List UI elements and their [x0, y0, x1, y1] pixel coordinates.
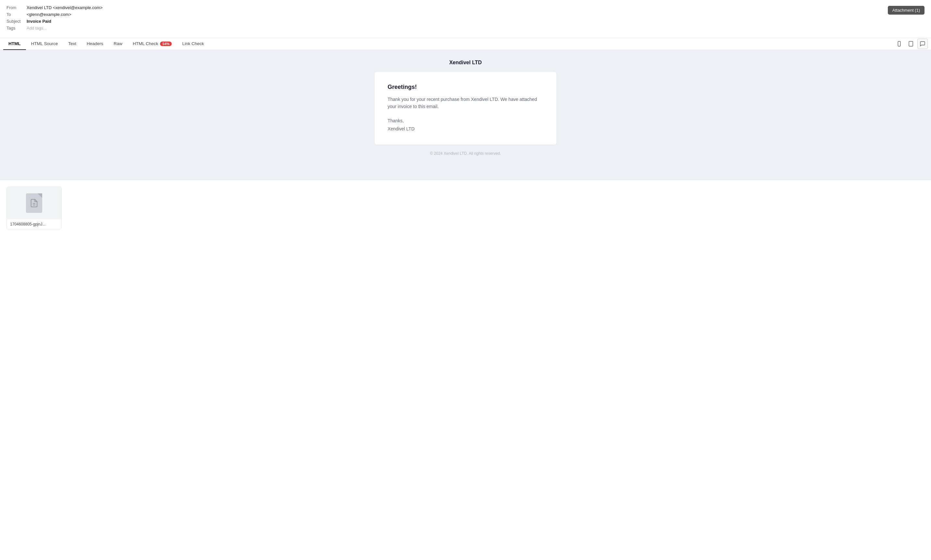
- from-row: From Xendivel LTD <xendivel@example.com>: [6, 5, 925, 10]
- email-card: Greetings! Thank you for your recent pur…: [375, 72, 556, 145]
- tags-row: Tags Add tags...: [6, 26, 925, 31]
- email-greeting: Greetings!: [388, 84, 543, 91]
- tab-raw[interactable]: Raw: [108, 38, 128, 50]
- tab-text[interactable]: Text: [63, 38, 82, 50]
- tags-input[interactable]: Add tags...: [27, 26, 47, 31]
- thanks-line2: Xendivel LTD: [388, 126, 415, 131]
- email-footer: © 2024 Xendivel LTD. All rights reserved…: [6, 151, 925, 156]
- comment-view-button[interactable]: [917, 38, 928, 49]
- to-row: To <glenn@example.com>: [6, 12, 925, 17]
- attachment-preview: [7, 187, 62, 219]
- email-preview: Xendivel LTD Greetings! Thank you for yo…: [0, 50, 931, 180]
- email-paragraph: Thank you for your recent purchase from …: [388, 96, 543, 110]
- email-company-title: Xendivel LTD: [6, 60, 925, 66]
- to-value: <glenn@example.com>: [27, 12, 71, 17]
- tablet-view-button[interactable]: [906, 38, 916, 49]
- tabs-bar: HTML HTML Source Text Headers Raw HTML C…: [0, 38, 931, 50]
- subject-label: Subject: [6, 19, 27, 24]
- view-icons: [894, 38, 928, 49]
- thanks-line1: Thanks,: [388, 118, 404, 123]
- to-label: To: [6, 12, 27, 17]
- subject-row: Subject Invoice Paid: [6, 19, 925, 24]
- svg-rect-2: [909, 42, 913, 46]
- tab-headers[interactable]: Headers: [82, 38, 108, 50]
- tab-html[interactable]: HTML: [3, 38, 26, 50]
- attachment-button[interactable]: Attachment (1): [888, 6, 925, 15]
- email-meta: From Xendivel LTD <xendivel@example.com>…: [0, 0, 931, 38]
- pdf-icon: [26, 193, 42, 213]
- tab-html-source[interactable]: HTML Source: [26, 38, 63, 50]
- mobile-view-button[interactable]: [894, 38, 904, 49]
- email-thanks: Thanks, Xendivel LTD: [388, 117, 543, 133]
- attachment-area: 1704608805-gpjnJ...: [0, 180, 931, 242]
- from-value: Xendivel LTD <xendivel@example.com>: [27, 5, 103, 10]
- html-check-badge: 54%: [160, 42, 172, 46]
- subject-value: Invoice Paid: [27, 19, 51, 24]
- tags-label: Tags: [6, 26, 27, 31]
- attachment-card[interactable]: 1704608805-gpjnJ...: [6, 186, 62, 229]
- svg-rect-0: [898, 42, 900, 46]
- tab-html-check[interactable]: HTML Check 54%: [128, 38, 177, 50]
- tab-link-check[interactable]: Link Check: [177, 38, 209, 50]
- from-label: From: [6, 5, 27, 10]
- attachment-filename: 1704608805-gpjnJ...: [7, 219, 62, 229]
